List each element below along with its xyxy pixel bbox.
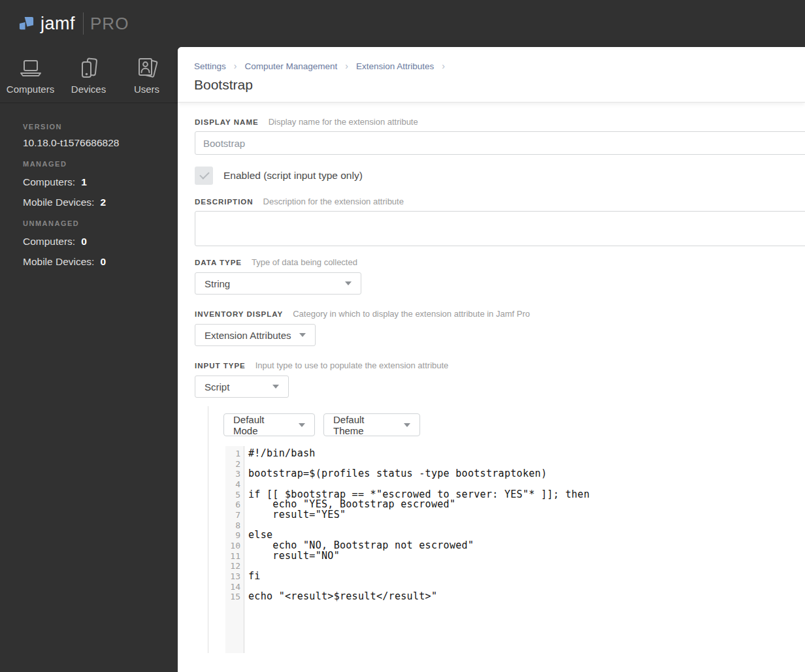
display-name-label-row: DISPLAY NAME Display name for the extens… [195,117,805,127]
inventory-display-helper: Category in which to display the extensi… [293,309,530,319]
stat-label: Computers: [23,236,75,248]
inventory-display-selected-value: Extension Attributes [205,330,291,341]
description-label-row: DESCRIPTION Description for the extensio… [195,197,805,206]
enabled-label: Enabled (script input type only) [223,170,363,182]
breadcrumb-computer-management[interactable]: Computer Management [244,61,337,71]
sidebar-item-computers[interactable]: Computers [1,47,59,103]
editor-theme-select[interactable]: Default Theme [323,413,420,436]
editor-mode-value: Default Mode [233,414,291,436]
editor-toolbar: Default Mode Default Theme [223,413,805,436]
display-name-helper: Display name for the extension attribute [269,117,418,127]
data-type-select[interactable]: String [195,272,361,295]
script-section: Default Mode Default Theme 1 2 3 4 5 6 7… [208,406,805,653]
stat-label: Mobile Devices: [23,197,94,208]
description-helper: Description for the extension attribute [263,197,404,206]
input-type-label: INPUT TYPE [195,362,246,370]
chevron-down-icon [404,423,410,427]
enabled-checkbox[interactable] [195,167,213,185]
data-type-label-row: DATA TYPE Type of data being collected [195,257,805,267]
input-type-label-row: INPUT TYPE Input type to use to populate… [195,360,805,370]
sidebar: Computers Devices Users [0,47,178,672]
breadcrumb-settings[interactable]: Settings [194,61,226,71]
data-type-label: DATA TYPE [195,259,242,266]
stat-value: 2 [100,197,106,208]
script-code-editor[interactable]: 1 2 3 4 5 6 7 8 9 10 11 12 13 14 15 #!/b… [225,446,805,653]
sidebar-nav: Computers Devices Users [0,47,178,103]
editor-mode-select[interactable]: Default Mode [223,413,315,436]
main-content: Settings › Computer Management › Extensi… [178,47,805,672]
editor-theme-value: Default Theme [333,414,396,436]
breadcrumb-separator-icon: › [345,61,348,71]
unmanaged-header: UNMANAGED [23,219,178,227]
page-title: Bootstrap [194,77,805,93]
script-code[interactable]: #!/bin/bash bootstrap=$(profiles status … [244,446,590,653]
data-type-helper: Type of data being collected [252,257,357,267]
users-icon [135,56,159,81]
input-type-select[interactable]: Script [195,376,289,398]
sidebar-item-devices[interactable]: Devices [59,47,118,103]
jamf-logo-icon [18,16,35,32]
managed-header: MANAGED [23,160,178,168]
display-name-input[interactable] [195,131,805,155]
stat-value: 0 [81,236,87,248]
unmanaged-mobile-row: Mobile Devices: 0 [23,256,178,268]
brand-pro: PRO [90,14,129,34]
laptop-icon [18,56,43,81]
input-type-selected-value: Script [205,381,229,392]
inventory-display-label: INVENTORY DISPLAY [195,310,283,318]
breadcrumb-separator-icon: › [234,61,237,71]
sidebar-item-label: Computers [7,84,54,95]
breadcrumb-separator-icon: › [442,61,445,71]
inventory-display-select[interactable]: Extension Attributes [195,324,316,346]
line-number-gutter: 1 2 3 4 5 6 7 8 9 10 11 12 13 14 15 [225,446,244,653]
brand-divider [83,12,84,35]
breadcrumb: Settings › Computer Management › Extensi… [194,61,805,71]
display-name-label: DISPLAY NAME [195,118,259,126]
managed-computers-row: Computers: 1 [23,176,178,188]
sidebar-item-label: Users [134,84,159,95]
extension-attribute-form: DISPLAY NAME Display name for the extens… [178,103,805,653]
enabled-row: Enabled (script input type only) [195,167,805,185]
brand-jamf: jamf [41,14,75,34]
input-type-helper: Input type to use to populate the extens… [255,360,449,370]
mobile-devices-icon [77,56,101,81]
inventory-display-label-row: INVENTORY DISPLAY Category in which to d… [195,309,805,319]
description-textarea[interactable] [195,211,805,246]
chevron-down-icon [272,385,279,389]
top-bar: jamf PRO [0,0,805,47]
breadcrumb-extension-attributes[interactable]: Extension Attributes [356,61,434,71]
description-label: DESCRIPTION [195,198,254,206]
data-type-selected-value: String [205,278,230,289]
stat-value: 1 [81,176,87,188]
stat-label: Computers: [23,176,75,188]
sidebar-item-label: Devices [71,84,106,95]
chevron-down-icon [299,423,305,427]
check-icon [199,169,210,180]
jamf-pro-logo[interactable]: jamf PRO [18,0,129,47]
sidebar-item-users[interactable]: Users [118,47,176,103]
chevron-down-icon [345,281,352,285]
sidebar-stats: VERSION 10.18.0-t1576686828 MANAGED Comp… [0,103,178,268]
stat-label: Mobile Devices: [23,256,94,268]
version-value: 10.18.0-t1576686828 [23,137,178,149]
chevron-down-icon [299,333,306,337]
managed-mobile-row: Mobile Devices: 2 [23,197,178,208]
version-header: VERSION [23,123,178,131]
unmanaged-computers-row: Computers: 0 [23,236,178,248]
page-header: Settings › Computer Management › Extensi… [178,47,805,103]
stat-value: 0 [100,256,106,268]
